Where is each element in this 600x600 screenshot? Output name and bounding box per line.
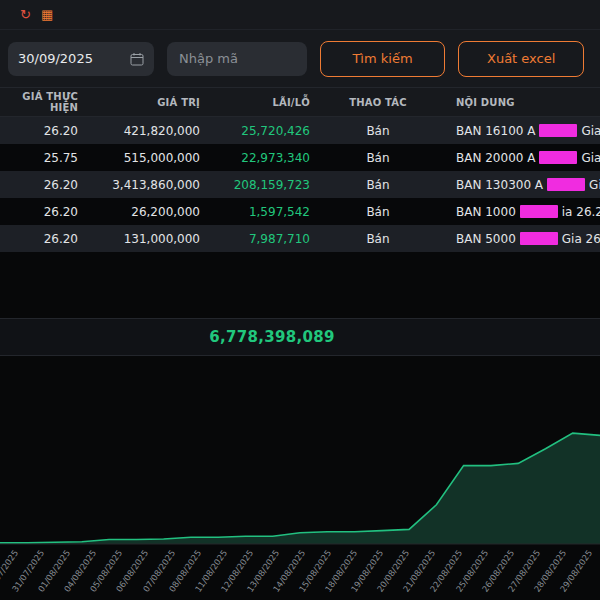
code-input[interactable] [167,42,307,76]
table-row[interactable]: 26.20 26,200,000 1,597,542 Bán BAN 1000 … [0,198,600,225]
cell-action: Bán [324,178,432,192]
cell-price: 26.20 [0,205,92,219]
toolbar-strip: ↻ ▦ [0,0,600,30]
content-prefix: BAN 20000 A [456,151,535,165]
redaction-box [539,124,577,137]
cell-price: 26.20 [0,178,92,192]
column-header-content[interactable]: NỘI DUNG [432,97,600,108]
cell-pnl: 208,159,723 [214,178,324,192]
cell-action: Bán [324,124,432,138]
grid-icon[interactable]: ▦ [41,8,53,21]
column-header-exec-price[interactable]: GIÁ THỰC HIỆN [0,91,92,113]
column-header-action[interactable]: THAO TÁC [324,97,432,108]
content-suffix: Gia 25.75 [581,151,600,165]
pnl-chart-section: 30/07/202531/07/202501/08/202504/08/2025… [0,356,600,599]
column-header-value[interactable]: GIÁ TRỊ [92,97,214,108]
date-value: 30/09/2025 [18,51,93,66]
cell-price: 26.20 [0,124,92,138]
area-chart[interactable] [0,418,600,546]
content-suffix: Gia 26.2 [589,178,600,192]
cell-value: 421,820,000 [92,124,214,138]
table-row[interactable]: 25.75 515,000,000 22,973,340 Bán BAN 200… [0,144,600,171]
cell-content: BAN 1000 ia 26.2 [432,205,600,219]
cell-pnl: 22,973,340 [214,151,324,165]
cell-pnl: 1,597,542 [214,205,324,219]
redaction-box [520,205,558,218]
table-header: GIÁ THỰC HIỆN GIÁ TRỊ LÃI/LỖ THAO TÁC NỘ… [0,87,600,117]
date-picker[interactable]: 30/09/2025 [8,42,154,76]
cell-pnl: 25,720,426 [214,124,324,138]
search-button[interactable]: Tìm kiếm [320,41,445,77]
redaction-box [547,178,585,191]
column-header-pnl[interactable]: LÃI/LỖ [214,97,324,108]
cell-price: 25.75 [0,151,92,165]
filter-bar: 30/09/2025 Tìm kiếm Xuất excel [0,30,600,87]
cell-content: BAN 16100 A Gia 26.2 [432,124,600,138]
table-row[interactable]: 26.20 421,820,000 25,720,426 Bán BAN 161… [0,117,600,144]
cell-price: 26.20 [0,232,92,246]
content-prefix: BAN 5000 [456,232,516,246]
total-value: 6,778,398,089 [209,328,334,346]
refresh-icon[interactable]: ↻ [20,8,31,21]
cell-value: 131,000,000 [92,232,214,246]
content-suffix: Gia 26.2 [581,124,600,138]
cell-value: 515,000,000 [92,151,214,165]
cell-pnl: 7,987,710 [214,232,324,246]
cell-value: 3,413,860,000 [92,178,214,192]
export-excel-button[interactable]: Xuất excel [458,41,584,77]
table-row[interactable]: 26.20 131,000,000 7,987,710 Bán BAN 5000… [0,225,600,252]
cell-action: Bán [324,151,432,165]
cell-content: BAN 5000 Gia 26.2 [432,232,600,246]
cell-value: 26,200,000 [92,205,214,219]
cell-action: Bán [324,205,432,219]
content-suffix: Gia 26.2 [562,232,600,246]
redaction-box [520,232,558,245]
cell-action: Bán [324,232,432,246]
calendar-icon [130,52,144,66]
redaction-box [539,151,577,164]
x-axis-labels: 30/07/202531/07/202501/08/202504/08/2025… [0,546,600,599]
total-row: 6,778,398,089 [0,318,600,356]
table-row[interactable]: 26.20 3,413,860,000 208,159,723 Bán BAN … [0,171,600,198]
content-suffix: ia 26.2 [562,205,600,219]
content-prefix: BAN 16100 A [456,124,535,138]
content-prefix: BAN 1000 [456,205,516,219]
content-prefix: BAN 130300 A [456,178,543,192]
cell-content: BAN 20000 A Gia 25.75 [432,151,600,165]
cell-content: BAN 130300 A Gia 26.2 [432,178,600,192]
